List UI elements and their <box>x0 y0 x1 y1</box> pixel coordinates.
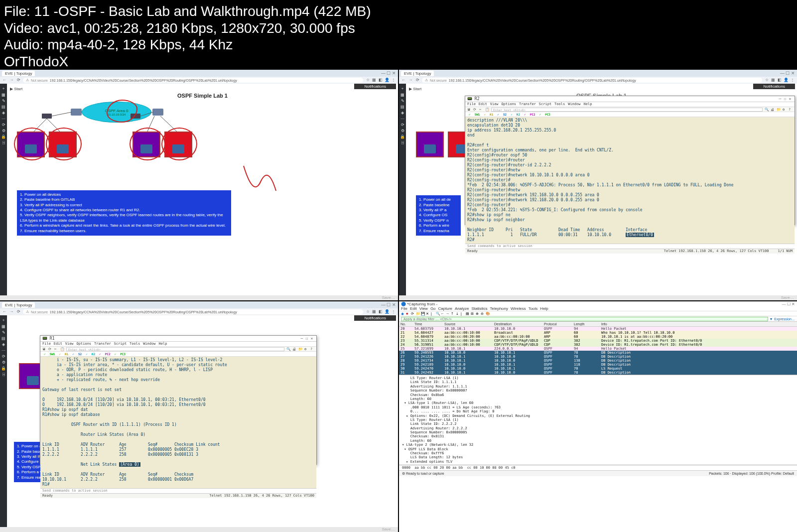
browser-tab[interactable]: EVE | Topology <box>2 71 35 76</box>
packet-row[interactable]: 2959.24218910.10.10.010.10.10.1OSPF118DB… <box>399 363 797 367</box>
lab-steps-truncated: 1. Power on all de2. Paste baseline3. Ve… <box>416 195 461 236</box>
ws-details-pane[interactable]: LS Type: Router-LSA (1) Link State ID: 1… <box>399 375 797 465</box>
term-quickbar[interactable]: ✓SW1✓R1✓S2✓R2✓PC2✓PC3 <box>465 112 795 117</box>
ws-expression-link[interactable]: Expression… <box>774 317 795 321</box>
menu-icon[interactable]: ⋮ <box>391 78 396 83</box>
term-sendbar[interactable]: Send commands to active session <box>465 244 795 249</box>
address-bar: ← → ⟳ ⚠ Not secure 192.168.1.150/legacy/… <box>0 77 398 84</box>
url-input[interactable]: ⚠ Not secure 192.168.1.150/legacy/CCNA%2… <box>23 78 363 83</box>
packet-row[interactable]: 2054.60375910.10.10.110.10.10.0OSPF94Hel… <box>399 327 797 331</box>
exit-icon[interactable]: ⍈ <box>2 140 5 145</box>
packet-row[interactable]: 2859.24173410.10.10.110.10.10.0OSPF138DB… <box>399 359 797 363</box>
topology-canvas[interactable]: Notifications ▶ Start OSPF Simple Lab 1 … <box>7 84 398 295</box>
svg-line-0 <box>52 112 72 116</box>
browser-tabbar: EVE | Topology — ☐ ✕ <box>0 70 398 77</box>
ext2-icon[interactable]: ◧ <box>378 78 383 83</box>
pane-top-left: EVE | Topology — ☐ ✕ ← → ⟳ ⚠ Not secure … <box>0 70 398 300</box>
terminal-r2-window[interactable]: 📟 R2—☐✕ FileEditViewOptionsTransferScrip… <box>465 96 795 225</box>
term-r2-output[interactable]: description ///VLAN 20\\\ encapsulation … <box>465 117 795 244</box>
node-icon[interactable]: ▦ <box>1 93 5 97</box>
ws-menubar[interactable]: FileEditViewGoCaptureAnalyzeStatisticsTe… <box>399 306 797 311</box>
packet-row[interactable]: 2557.22169910.10.10.1224.0.0.5OSPF94Hell… <box>399 347 797 351</box>
ws-filter-input[interactable] <box>401 317 768 321</box>
lock-icon[interactable]: 🔒 <box>1 134 6 139</box>
term-r1-output[interactable]: i - IS-IS, su - IS-IS summary, L1 - IS-I… <box>40 357 316 488</box>
packet-row[interactable]: 2759.24122610.10.10.110.10.10.0OSPF78DB … <box>399 355 797 359</box>
router-r2[interactable] <box>152 109 163 116</box>
switch-s1[interactable] <box>42 114 52 119</box>
ws-statusbar: ⚙ Ready to load or capture Packets: 106 … <box>399 470 797 476</box>
tag-line: OrThodoX <box>4 53 793 70</box>
reload-icon[interactable]: ⟳ <box>16 78 21 83</box>
ws-toolbar[interactable]: ◉■⟳📁💾✕|🔍←→⤒⤓|▤⊞⊕⊖🎨 <box>399 311 797 316</box>
packet-row[interactable]: 2355.311314aa:bb:cc:00:10:00CDP/VTP/DTP/… <box>399 339 797 343</box>
plus-icon[interactable]: ＋ <box>1 86 5 91</box>
close-icon[interactable]: ✕ <box>788 97 793 101</box>
audio-line: Audio: mp4a-40-2, 128 Kbps, 44 Khz <box>4 36 793 53</box>
ws-packet-list[interactable]: No.TimeSourceDestinationProtocolLengthIn… <box>399 322 797 375</box>
ws-hex-pane[interactable]: 0000 aa bb cc 00 20 00 aa bb cc 00 10 00… <box>399 465 797 470</box>
avatar-icon[interactable]: 👤 <box>385 78 390 83</box>
notifications-label[interactable]: Notifications <box>354 84 396 89</box>
packet-row[interactable]: 2154.604427aa:bb:cc:00:10:00BroadcastARP… <box>399 331 797 335</box>
back-icon[interactable]: ← <box>401 78 406 83</box>
pane-top-right: EVE | Topology— ☐ ✕ ← → ⟳ ⚠Not secure192… <box>399 70 797 300</box>
start-button[interactable]: ▶ Start <box>10 87 22 91</box>
ctl-icon[interactable]: ◈ <box>2 111 5 115</box>
minimize-icon[interactable]: — <box>778 97 783 101</box>
file-line: File: 11 -OSPF - Basic Lab and Walkthrou… <box>4 3 793 20</box>
star-icon[interactable]: ☆ <box>365 78 370 83</box>
pane-footer: Save… <box>0 295 398 300</box>
packet-row[interactable]: 3059.24247010.10.10.010.10.10.1OSPF70LS … <box>399 367 797 371</box>
term-title: R2 <box>475 97 480 101</box>
refresh-icon[interactable]: ⟳ <box>2 123 5 127</box>
more-icon[interactable]: ⋯ <box>1 117 5 121</box>
ext-icon[interactable]: ▦ <box>372 78 377 83</box>
pane-bottom-left: EVE | Topology— ☐ ✕ ←→⟳ ⚠Not secure192.1… <box>0 301 398 532</box>
draw-icon[interactable]: ✎ <box>2 99 5 103</box>
eve-sidebar: ＋ ▦ ✎ ▤ ◈ ⋯ ⟳ ⚙ 🔒 ⍈ <box>0 84 7 295</box>
back-icon[interactable]: ← <box>2 78 7 83</box>
video-line: Video: avc1, 00:25:28, 2180 Kbps, 1280x7… <box>4 20 793 37</box>
forward-icon[interactable]: → <box>9 78 14 83</box>
lab-steps-box: 1. Power on all devices2. Paste baseline… <box>17 190 231 236</box>
packet-row[interactable]: 2456.319051aa:bb:cc:00:10:00CDP/VTP/DTP/… <box>399 343 797 347</box>
packet-row[interactable]: 2254.604879aa:bb:cc:00:20:00aa:bb:cc:00:… <box>399 335 797 339</box>
label-titleाषtitle: OSPF Simple Lab 1 <box>7 93 398 99</box>
router-r1[interactable] <box>71 109 82 116</box>
terminal-r1-window[interactable]: 📟 R1—☐✕ FileEditViewOptionsTransferScrip… <box>40 335 317 465</box>
settings-icon[interactable]: ⚙ <box>2 129 5 133</box>
forward-icon[interactable]: → <box>408 78 413 83</box>
reload-icon[interactable]: ⟳ <box>415 78 420 83</box>
layer-icon[interactable]: ▤ <box>1 105 5 109</box>
packet-row[interactable]: 2659.24059310.10.10.010.10.10.1OSPF78DB … <box>399 351 797 355</box>
maximize-icon[interactable]: ☐ <box>783 97 788 101</box>
ws-filter-bar[interactable]: ▾ Expression… <box>399 316 797 322</box>
warning-icon: ⚠ <box>26 78 29 82</box>
term-menubar[interactable]: FileEditViewOptionsTransferScriptToolsWi… <box>465 102 795 107</box>
packet-row[interactable]: 3159.24249210.10.10.110.10.10.0OSPF78DB … <box>399 371 797 375</box>
ws-titlebar: 🔵 *Capturing from -— ☐ ✕ <box>399 301 797 306</box>
pane-bottom-right: 🔵 *Capturing from -— ☐ ✕ FileEditViewGoC… <box>399 301 797 532</box>
